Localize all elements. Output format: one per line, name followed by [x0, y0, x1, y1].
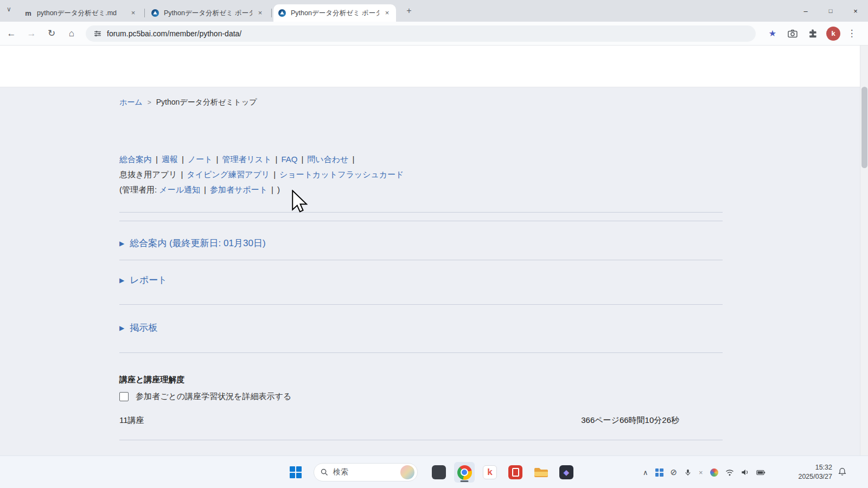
browser-tab-strip: ∨ m pythonデータ分析ゼミ.md × Pythonデータ分析ゼミ ポータ… — [0, 0, 868, 22]
site-header: パソコン仕事5倍塾 35,000人を指導した東大卒・元日本IBM社内講師が直伝 … — [0, 46, 868, 87]
breadcrumb-separator-icon: > — [148, 99, 151, 106]
divider — [119, 221, 723, 221]
link-typing-app[interactable]: タイピング練習アプリ — [187, 170, 270, 179]
notification-bell-icon[interactable] — [838, 467, 846, 476]
taskbar-app-dark[interactable] — [429, 462, 449, 483]
label-admin-prefix: (管理者用: — [119, 185, 157, 194]
search-label: 検索 — [333, 467, 395, 477]
link-shortcut-flashcards[interactable]: ショートカットフラッシュカード — [279, 170, 404, 179]
window-maximize-button[interactable]: □ — [818, 0, 843, 22]
do-not-disturb-icon[interactable]: ⊘ — [671, 467, 678, 477]
tab-separator — [271, 9, 272, 17]
section-toggle-report[interactable]: ▶ レポート — [119, 274, 167, 286]
separator: | — [271, 185, 273, 194]
bookmark-star-icon[interactable]: ★ — [764, 25, 781, 42]
browser-scrollbar[interactable] — [860, 46, 868, 455]
window-close-button[interactable]: × — [843, 0, 868, 22]
separator: | — [301, 155, 303, 164]
tray-color-app-icon[interactable] — [710, 468, 718, 477]
taskbar-search-box[interactable]: 検索 — [314, 463, 418, 481]
tray-close-icon[interactable]: × — [699, 468, 703, 477]
page-content: ホーム > Pythonデータ分析ゼミトップ 総合案内|週報|ノート|管理者リス… — [119, 87, 723, 458]
tab-close-icon[interactable]: × — [129, 9, 138, 18]
taskbar-app-red[interactable] — [505, 462, 526, 483]
section-toggle-board[interactable]: ▶ 掲示板 — [119, 322, 157, 334]
section-toggle-general-guide[interactable]: ▶ 総合案内 (最終更新日: 01月30日) — [119, 237, 266, 249]
tab-separator — [144, 9, 145, 17]
link-mail-notify[interactable]: メール通知 — [159, 185, 200, 194]
tab-close-icon[interactable]: × — [256, 9, 265, 18]
window-minimize-button[interactable]: – — [793, 0, 818, 22]
windows-taskbar: 検索 k ◆ ∧ ⊘ × — [0, 455, 868, 488]
link-general-guide[interactable]: 総合案内 — [119, 155, 152, 164]
browser-menu-icon[interactable]: ⋮ — [843, 25, 860, 42]
forward-button-icon[interactable]: → — [23, 25, 40, 42]
section-title: 掲示板 — [130, 322, 157, 334]
speaker-icon[interactable] — [741, 468, 749, 476]
start-button-icon[interactable] — [290, 466, 302, 478]
separator: | — [181, 170, 183, 179]
taskbar-app-chrome[interactable] — [454, 462, 475, 483]
divider — [119, 304, 723, 305]
scrollbar-thumb[interactable] — [861, 87, 867, 168]
profile-avatar[interactable]: k — [826, 27, 840, 41]
quick-links-row-2: 息抜き用アプリ|タイピング練習アプリ|ショートカットフラッシュカード — [119, 170, 404, 180]
courses-heading: 講座と講座理解度 — [119, 375, 184, 385]
new-tab-button[interactable]: + — [404, 5, 414, 16]
separator: | — [352, 155, 354, 164]
label-break-apps: 息抜き用アプリ — [119, 170, 177, 179]
link-weekly-report[interactable]: 週報 — [162, 155, 178, 164]
link-faq[interactable]: FAQ — [281, 155, 297, 164]
label-admin-suffix: ) — [277, 185, 280, 194]
search-highlight-image[interactable] — [400, 465, 414, 479]
browser-tab-3-active[interactable]: Pythonデータ分析ゼミ ポータルトッ × — [273, 4, 396, 22]
window-controls: – □ × — [793, 0, 868, 22]
reload-button-icon[interactable]: ↻ — [43, 25, 60, 42]
site-info-icon[interactable] — [93, 29, 102, 38]
taskbar-app-k[interactable]: k — [480, 462, 500, 483]
tab-search-chevron-icon[interactable]: ∨ — [7, 5, 11, 13]
active-app-indicator — [461, 480, 469, 482]
checkbox-label[interactable]: 参加者ごとの講座学習状況を詳細表示する — [136, 391, 291, 402]
separator: | — [182, 155, 184, 164]
quick-links-row-1: 総合案内|週報|ノート|管理者リスト|FAQ|問い合わせ| — [119, 155, 358, 165]
taskbar-apps: k ◆ — [429, 462, 577, 483]
url-text[interactable]: forum.pc5bai.com/member/python-data/ — [107, 29, 241, 38]
link-notes[interactable]: ノート — [188, 155, 213, 164]
divider — [119, 352, 723, 353]
separator: | — [204, 185, 206, 194]
divider — [119, 260, 723, 260]
detail-view-checkbox[interactable] — [119, 392, 129, 401]
taskbar-app-explorer[interactable] — [531, 462, 551, 483]
mouse-cursor — [291, 190, 308, 213]
browser-toolbar: ← → ↻ ⌂ forum.pc5bai.com/member/python-d… — [0, 22, 868, 46]
extensions-puzzle-icon[interactable] — [804, 25, 821, 42]
widgets-icon[interactable] — [655, 468, 663, 477]
breadcrumb-home-link[interactable]: ホーム — [119, 98, 143, 107]
k-app-icon: k — [483, 465, 497, 479]
tab-title: Pythonデータ分析ゼミ ポータルトッ — [291, 9, 379, 18]
link-contact[interactable]: 問い合わせ — [307, 155, 348, 164]
taskbar-app-dark2[interactable]: ◆ — [556, 462, 577, 483]
browser-tab-1[interactable]: m pythonデータ分析ゼミ.md × — [20, 4, 142, 22]
tab-close-icon[interactable]: × — [382, 9, 392, 18]
toolbar-right-tools: ★ k ⋮ — [761, 25, 860, 42]
battery-icon[interactable] — [756, 469, 765, 476]
wifi-icon[interactable] — [725, 469, 734, 476]
address-bar[interactable]: forum.pc5bai.com/member/python-data/ — [86, 25, 756, 42]
link-participant-support[interactable]: 参加者サポート — [210, 185, 267, 194]
site-favicon-icon — [151, 9, 159, 17]
separator: | — [156, 155, 158, 164]
home-button-icon[interactable]: ⌂ — [63, 25, 80, 42]
link-admin-list[interactable]: 管理者リスト — [222, 155, 271, 164]
red-app-icon — [508, 465, 522, 479]
microphone-icon[interactable] — [684, 468, 692, 477]
system-tray: ∧ ⊘ × — [643, 456, 765, 488]
screen: ∨ m pythonデータ分析ゼミ.md × Pythonデータ分析ゼミ ポータ… — [0, 0, 868, 488]
browser-tab-2[interactable]: Pythonデータ分析ゼミ ポータルトッ × — [146, 4, 269, 22]
taskbar-clock[interactable]: 15:32 2025/03/27 — [798, 463, 832, 481]
chrome-icon — [457, 465, 472, 480]
screenshot-camera-icon[interactable] — [784, 25, 801, 42]
tray-chevron-up-icon[interactable]: ∧ — [643, 468, 648, 477]
back-button-icon[interactable]: ← — [3, 25, 20, 42]
